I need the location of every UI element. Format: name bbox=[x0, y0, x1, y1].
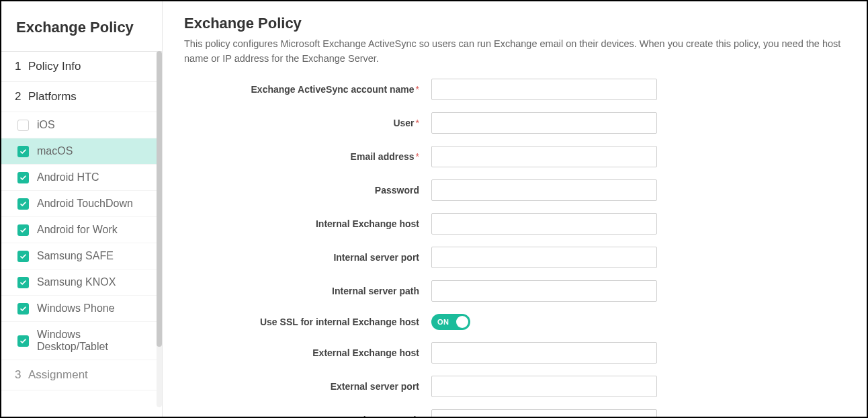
label-external-host: External Exchange host bbox=[184, 347, 419, 358]
check-icon bbox=[19, 200, 27, 208]
step-policy-info[interactable]: 1 Policy Info bbox=[1, 52, 159, 82]
scrollbar-thumb[interactable] bbox=[157, 51, 162, 347]
input-account-name[interactable] bbox=[431, 79, 657, 100]
row-external-host: External Exchange host bbox=[184, 342, 845, 364]
check-icon bbox=[19, 226, 27, 234]
input-internal-port[interactable] bbox=[431, 247, 657, 268]
platform-item-samsung-knox[interactable]: Samsung KNOX bbox=[1, 269, 159, 296]
check-icon bbox=[19, 305, 27, 312]
check-icon bbox=[19, 279, 27, 286]
platform-checkbox[interactable] bbox=[17, 335, 29, 347]
input-email[interactable] bbox=[431, 146, 657, 167]
sidebar-title: Exchange Policy bbox=[1, 1, 162, 52]
platform-checkbox[interactable] bbox=[17, 224, 29, 236]
row-internal-host: Internal Exchange host bbox=[184, 213, 845, 235]
platform-label: Windows Phone bbox=[37, 302, 115, 315]
input-password[interactable] bbox=[431, 179, 657, 201]
platform-item-ios[interactable]: iOS bbox=[1, 112, 159, 138]
input-external-host[interactable] bbox=[431, 342, 657, 364]
check-icon bbox=[19, 174, 27, 181]
label-user: User* bbox=[184, 118, 419, 128]
platform-item-windows-phone[interactable]: Windows Phone bbox=[1, 296, 159, 322]
platform-label: Windows Desktop/Tablet bbox=[37, 329, 146, 353]
toggle-label: ON bbox=[437, 318, 449, 326]
label-email: Email address* bbox=[184, 151, 419, 162]
label-account-name: Exchange ActiveSync account name* bbox=[184, 84, 419, 95]
platform-item-android-for-work[interactable]: Android for Work bbox=[1, 217, 159, 243]
platform-item-macos[interactable]: macOS bbox=[1, 138, 159, 165]
platform-checkbox[interactable] bbox=[17, 120, 29, 131]
platform-item-android-touchdown[interactable]: Android TouchDown bbox=[1, 191, 159, 217]
platform-checkbox[interactable] bbox=[17, 172, 29, 183]
platform-checkbox[interactable] bbox=[17, 146, 29, 157]
step-number: 3 bbox=[15, 368, 23, 382]
input-external-path[interactable] bbox=[431, 409, 657, 417]
label-internal-host: Internal Exchange host bbox=[184, 218, 419, 229]
toggle-ssl-internal[interactable]: ON bbox=[431, 314, 470, 330]
platform-checkbox[interactable] bbox=[17, 251, 29, 262]
input-external-port[interactable] bbox=[431, 376, 657, 397]
step-assignment[interactable]: 3 Assignment bbox=[1, 360, 159, 390]
label-internal-path: Internal server path bbox=[184, 286, 419, 296]
form: Exchange ActiveSync account name* User* … bbox=[184, 79, 845, 417]
platform-checkbox[interactable] bbox=[17, 198, 29, 210]
label-internal-port: Internal server port bbox=[184, 252, 419, 263]
label-password: Password bbox=[184, 185, 419, 196]
input-internal-path[interactable] bbox=[431, 280, 657, 302]
input-internal-host[interactable] bbox=[431, 213, 657, 235]
label-external-port: External server port bbox=[184, 381, 419, 392]
step-number: 2 bbox=[15, 90, 23, 103]
row-internal-port: Internal server port bbox=[184, 247, 845, 268]
platform-label: Samsung SAFE bbox=[37, 250, 114, 262]
platform-label: macOS bbox=[37, 145, 73, 157]
row-user: User* bbox=[184, 112, 845, 134]
step-label: Platforms bbox=[28, 90, 77, 103]
platform-checkbox[interactable] bbox=[17, 277, 29, 288]
row-external-path: External server path bbox=[184, 409, 845, 417]
label-external-path: External server path bbox=[184, 415, 419, 417]
row-password: Password bbox=[184, 179, 845, 201]
row-internal-path: Internal server path bbox=[184, 280, 845, 302]
step-label: Assignment bbox=[28, 368, 88, 382]
toggle-knob bbox=[456, 316, 468, 328]
step-label: Policy Info bbox=[28, 60, 81, 73]
platform-label: Samsung KNOX bbox=[37, 276, 116, 288]
sidebar-scrollbar[interactable] bbox=[157, 51, 162, 407]
input-user[interactable] bbox=[431, 112, 657, 134]
page-description: This policy configures Microsoft Exchang… bbox=[184, 36, 845, 67]
main-content: Exchange Policy This policy configures M… bbox=[163, 1, 867, 417]
row-external-port: External server port bbox=[184, 376, 845, 397]
row-account-name: Exchange ActiveSync account name* bbox=[184, 79, 845, 100]
platform-label: Android TouchDown bbox=[37, 198, 133, 210]
sidebar: Exchange Policy 1 Policy Info 2 Platform… bbox=[1, 1, 163, 417]
page-title: Exchange Policy bbox=[184, 15, 845, 32]
row-ssl-internal: Use SSL for internal Exchange host ON bbox=[184, 314, 845, 330]
platform-item-windows-desktop-tablet[interactable]: Windows Desktop/Tablet bbox=[1, 322, 159, 360]
step-platforms[interactable]: 2 Platforms bbox=[1, 82, 159, 112]
platform-list: iOSmacOSAndroid HTCAndroid TouchDownAndr… bbox=[1, 112, 159, 360]
platform-label: iOS bbox=[37, 119, 55, 131]
row-email: Email address* bbox=[184, 146, 845, 167]
sidebar-steps: 1 Policy Info 2 Platforms iOSmacOSAndroi… bbox=[1, 52, 162, 417]
label-ssl-internal: Use SSL for internal Exchange host bbox=[184, 317, 419, 327]
check-icon bbox=[19, 148, 27, 155]
check-icon bbox=[19, 253, 27, 260]
app-frame: Exchange Policy 1 Policy Info 2 Platform… bbox=[0, 0, 868, 418]
platform-label: Android for Work bbox=[37, 224, 118, 236]
platform-label: Android HTC bbox=[37, 171, 99, 183]
check-icon bbox=[19, 337, 27, 345]
platform-item-samsung-safe[interactable]: Samsung SAFE bbox=[1, 243, 159, 269]
step-number: 1 bbox=[15, 60, 23, 73]
platform-item-android-htc[interactable]: Android HTC bbox=[1, 165, 159, 191]
platform-checkbox[interactable] bbox=[17, 303, 29, 315]
